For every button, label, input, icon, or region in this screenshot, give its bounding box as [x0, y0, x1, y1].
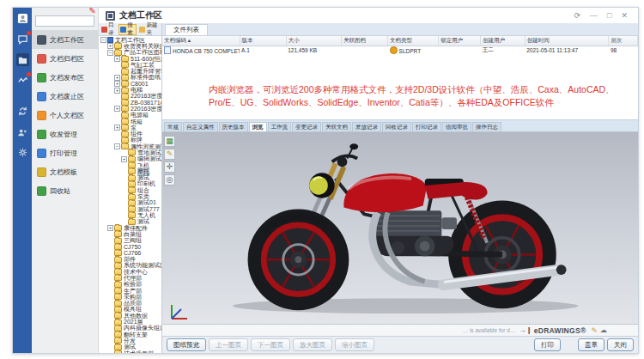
minimize-icon[interactable]: — [590, 12, 598, 20]
doc-obsolete-icon [37, 92, 46, 101]
expand-icon[interactable]: + [114, 88, 120, 94]
contacts-icon[interactable] [16, 125, 29, 138]
preview-tab[interactable]: 回收记录 [382, 122, 411, 131]
expand-icon[interactable]: + [121, 156, 127, 162]
column-header[interactable]: 关联图档 [342, 36, 388, 46]
expand-icon[interactable]: + [114, 81, 120, 87]
expand-icon[interactable]: + [114, 106, 120, 112]
zoom-icon[interactable]: ◎ [164, 174, 175, 186]
preview-tab[interactable]: 打印记录 [412, 122, 441, 131]
pencil-icon[interactable]: ✎ [591, 326, 598, 335]
catalog-button[interactable]: 目录 [100, 24, 118, 35]
preview-tab[interactable]: 发放记录 [352, 122, 381, 131]
settings-icon[interactable] [16, 146, 29, 159]
sidebar-item-recycle-bin[interactable]: 回收站 [32, 181, 98, 200]
pencil-icon[interactable]: ✎ [164, 149, 175, 160]
tree-item[interactable]: 三阀组 [99, 238, 161, 244]
preview-tab[interactable]: 历史版本 [219, 122, 248, 131]
action-button[interactable]: 打印 [534, 338, 561, 351]
preview-tab[interactable]: 常规 [164, 122, 182, 131]
column-header[interactable]: 文档编码 ▴ [162, 36, 240, 46]
cell-level: 98 [609, 46, 638, 55]
motorcycle-3d-model[interactable] [195, 137, 624, 319]
column-header[interactable]: 层次 [609, 36, 638, 46]
preview-tab[interactable]: 自定义属性 [183, 122, 218, 131]
collapse-icon[interactable]: − [100, 37, 106, 43]
action-button[interactable]: 图纸预览 [167, 338, 206, 351]
close-icon[interactable]: ✕ [621, 12, 628, 20]
move-icon[interactable]: ✛ [164, 161, 175, 173]
tree-item[interactable]: +标准件图纸 [99, 75, 161, 81]
table-row[interactable]: HONDA CB 750 COMPLET.SLDPRTA.1121,459 KB… [162, 46, 638, 55]
titlebar: 文档工作区 ⟳—□✕ [99, 8, 638, 23]
preview-tab[interactable]: 浏览 [249, 122, 267, 131]
update-status-text: … is available for d… [463, 327, 516, 333]
tree-item[interactable]: CJ750 [99, 244, 161, 250]
sidebar-item-doc-template[interactable]: 文档模板 [32, 162, 98, 181]
sidebar-item-label: 个人文档区 [50, 111, 84, 120]
red-pen-icon: ✎ [89, 7, 96, 15]
expand-icon[interactable]: + [107, 43, 113, 49]
sidebar-item-doc-obsolete[interactable]: 文档废止区 [32, 87, 98, 106]
chat-icon[interactable] [16, 33, 29, 46]
toolbar-button-label: 新建夹 [146, 21, 159, 37]
expand-icon[interactable]: + [107, 225, 113, 231]
doc-workspace-icon [37, 35, 46, 45]
preview-tab[interactable]: 借阅审批 [442, 122, 471, 131]
preview-tab[interactable]: 变更记录 [292, 122, 321, 131]
preview-tab[interactable]: 关联文档 [322, 122, 351, 131]
maximize-icon[interactable]: □ [607, 12, 611, 20]
layers-icon[interactable]: ▦ [164, 136, 175, 147]
sidebar-item-label: 文档废止区 [50, 92, 84, 101]
cloud-icon[interactable]: ☁ [600, 326, 607, 334]
sidebar-item-doc-workspace[interactable]: 文档工作区 [32, 30, 98, 49]
preview-tab[interactable]: 操作日志 [472, 122, 501, 131]
search-button[interactable]: 搜索 [118, 24, 137, 35]
preview-tab[interactable]: 工作流 [268, 122, 292, 131]
collapse-icon[interactable]: − [107, 50, 113, 56]
tab-file-list[interactable]: 文件列表 [165, 24, 208, 35]
folder-tree: −文档工作区+收货资料关联图档−产品工作区图档+511-600(恒压泵)气缸工装… [99, 36, 161, 353]
search-input[interactable] [35, 15, 94, 27]
tree-item[interactable]: 技术质量部 [99, 350, 161, 353]
annotation-line-1: 内嵌浏览器，可浏览近200多种常用格式文件，支持2D/3D设计软件（中望、浩辰、… [209, 83, 615, 96]
activity-icon[interactable] [16, 74, 29, 87]
expand-icon[interactable]: + [114, 75, 120, 81]
sidebar-item-send-receive[interactable]: 收发管理 [32, 125, 98, 143]
column-header[interactable]: 创建用户 [481, 36, 525, 46]
tree-item-label: CJ750 [124, 244, 141, 250]
column-header[interactable]: 版本 [240, 36, 286, 46]
sync-icon[interactable] [16, 105, 29, 118]
folder-icon[interactable] [16, 53, 29, 66]
column-header[interactable]: 创建时间 [525, 36, 609, 46]
bottom-action-bar: 图纸预览上一图页下一图页放大图页缩小图页 打印盖章关闭 [162, 336, 638, 353]
sidebar-item-print-manage[interactable]: 打印管理 [32, 143, 98, 162]
tree-item-label: 技术质量部 [124, 350, 154, 354]
doc-publish-icon [37, 73, 46, 82]
expand-icon[interactable]: + [114, 125, 120, 131]
column-header[interactable]: 大小 [286, 36, 341, 46]
action-button[interactable]: 关闭 [607, 338, 634, 351]
edrawings-watermark: →❙ eDRAWINGS® [519, 326, 586, 335]
sidebar-item-doc-publish[interactable]: 文档发布区 [32, 68, 98, 87]
axis-triad-icon [168, 300, 191, 322]
right-action-buttons: 打印盖章关闭 [534, 338, 634, 351]
action-button: 放大图页 [293, 338, 332, 351]
sidebar-item-personal-docs[interactable]: 个人文档区 [32, 106, 98, 125]
search-row: ✎ [35, 11, 94, 27]
folder-icon [114, 350, 122, 353]
user-icon[interactable] [16, 12, 29, 25]
action-button[interactable]: 盖章 [578, 338, 605, 351]
workspace-icon [107, 37, 113, 43]
sidebar-item-doc-archive[interactable]: 文档归档区 [32, 49, 98, 68]
cell-related [342, 46, 388, 55]
expand-icon[interactable]: + [114, 56, 120, 62]
sidebar-item-label: 打印管理 [50, 149, 77, 158]
refresh-icon[interactable]: ⟳ [574, 12, 580, 20]
column-header[interactable]: 文档类型 [388, 36, 439, 46]
collapse-icon[interactable]: − [114, 143, 120, 149]
column-header[interactable]: 锁定用户 [439, 36, 481, 46]
doc-archive-icon [37, 54, 46, 64]
module-icon [106, 11, 115, 21]
new-folder-button[interactable]: 新建夹 [137, 24, 161, 35]
